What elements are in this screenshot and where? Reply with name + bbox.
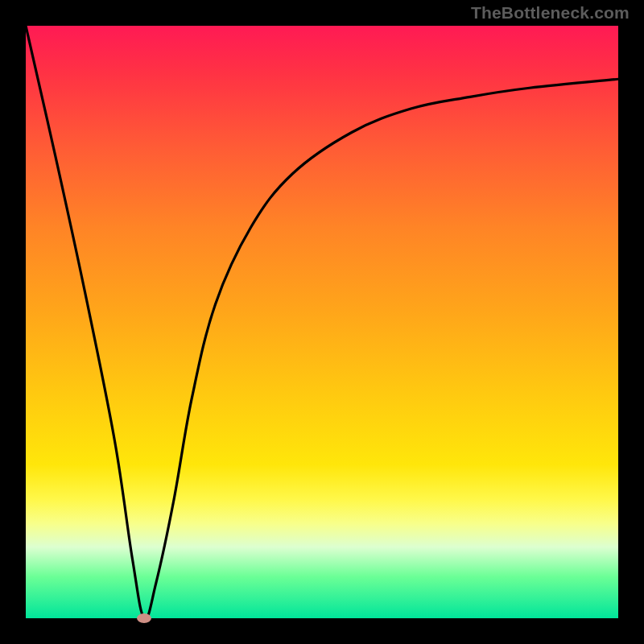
watermark-text: TheBottleneck.com <box>471 3 630 23</box>
chart-frame: TheBottleneck.com <box>0 0 644 644</box>
plot-area <box>26 26 618 618</box>
minimum-marker <box>137 613 151 623</box>
bottleneck-curve <box>26 26 618 618</box>
